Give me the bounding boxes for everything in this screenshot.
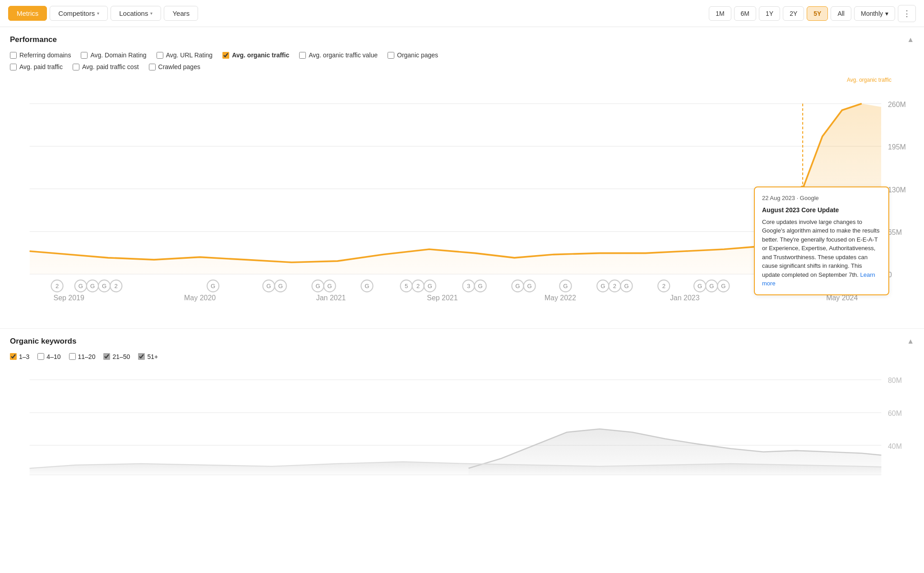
more-options-button[interactable]: ⋮	[898, 5, 916, 22]
checkbox-avg-paid-traffic-cost[interactable]: Avg. paid traffic cost	[73, 63, 139, 70]
monthly-dropdown[interactable]: Monthly ▾	[854, 6, 895, 21]
organic-keywords-header: Organic keywords ▲	[10, 337, 914, 346]
svg-text:G: G	[328, 283, 332, 289]
time-1m[interactable]: 1M	[709, 6, 731, 21]
time-1y[interactable]: 1Y	[759, 6, 780, 21]
checkbox-organic-pages[interactable]: Organic pages	[388, 51, 438, 59]
svg-text:May 2020: May 2020	[184, 294, 216, 302]
svg-text:G: G	[267, 283, 271, 289]
svg-text:G: G	[315, 283, 320, 289]
svg-text:May 2022: May 2022	[545, 294, 576, 302]
svg-text:2: 2	[662, 283, 665, 289]
time-2y[interactable]: 2Y	[783, 6, 804, 21]
checkbox-referring-domains[interactable]: Referring domains	[10, 51, 71, 59]
svg-text:Sep 2019: Sep 2019	[54, 294, 84, 302]
svg-text:G: G	[601, 283, 605, 289]
checkbox-avg-paid-traffic[interactable]: Avg. paid traffic	[10, 63, 63, 70]
time-all[interactable]: All	[831, 6, 851, 21]
svg-text:G: G	[278, 283, 283, 289]
svg-text:G: G	[563, 283, 568, 289]
kw-filter-11-20[interactable]: 11–20	[69, 353, 96, 360]
checkbox-avg-url-rating[interactable]: Avg. URL Rating	[157, 51, 213, 59]
svg-text:5: 5	[405, 283, 408, 289]
performance-chart-wrapper: Avg. organic traffic 260M 195M 130M 65M …	[10, 75, 914, 320]
svg-text:G: G	[709, 283, 714, 289]
time-6m[interactable]: 6M	[734, 6, 756, 21]
tab-metrics[interactable]: Metrics	[8, 6, 47, 21]
kw-filter-4-10[interactable]: 4–10	[37, 353, 60, 360]
svg-text:G: G	[428, 283, 432, 289]
svg-text:Jan 2023: Jan 2023	[670, 294, 700, 302]
competitors-chevron-icon: ▾	[97, 11, 99, 16]
svg-text:40M: 40M	[888, 442, 902, 450]
organic-keywords-collapse-icon[interactable]: ▲	[907, 337, 914, 345]
performance-collapse-icon[interactable]: ▲	[907, 36, 914, 44]
chart-label-top: Avg. organic traffic	[10, 75, 914, 84]
time-controls: 1M 6M 1Y 2Y 5Y All Monthly ▾ ⋮	[709, 5, 916, 22]
tooltip-date: 22 Aug 2023 · Google	[762, 194, 881, 203]
svg-text:G: G	[478, 283, 483, 289]
svg-text:G: G	[698, 283, 702, 289]
svg-text:2: 2	[613, 283, 616, 289]
checkbox-avg-organic-traffic-value[interactable]: Avg. organic traffic value	[299, 51, 378, 59]
performance-section: Performance ▲ Referring domains Avg. Dom…	[0, 27, 924, 328]
svg-text:260M: 260M	[888, 101, 906, 108]
svg-text:80M: 80M	[888, 377, 902, 384]
checkbox-crawled-pages[interactable]: Crawled pages	[149, 63, 200, 70]
svg-text:2: 2	[115, 283, 118, 289]
svg-text:65M: 65M	[888, 228, 902, 236]
tooltip-body: Core updates involve large changes to Go…	[762, 218, 881, 288]
checkbox-avg-domain-rating[interactable]: Avg. Domain Rating	[81, 51, 146, 59]
svg-text:3: 3	[467, 283, 470, 289]
svg-text:Sep 2021: Sep 2021	[427, 294, 457, 302]
kw-filter-21-50[interactable]: 21–50	[103, 353, 130, 360]
organic-keywords-chart: 80M 60M 40M	[10, 367, 914, 484]
svg-text:G: G	[721, 283, 725, 289]
nav-tabs: Metrics Competitors ▾ Locations ▾ Years	[8, 6, 198, 21]
svg-text:60M: 60M	[888, 410, 902, 417]
svg-text:G: G	[624, 283, 628, 289]
kw-filter-51plus[interactable]: 51+	[138, 353, 158, 360]
svg-text:Jan 2021: Jan 2021	[316, 294, 346, 302]
svg-text:130M: 130M	[888, 186, 906, 194]
svg-text:G: G	[515, 283, 520, 289]
tab-competitors[interactable]: Competitors ▾	[50, 6, 108, 21]
svg-text:2: 2	[416, 283, 420, 289]
tab-locations[interactable]: Locations ▾	[111, 6, 161, 21]
svg-text:G: G	[365, 283, 369, 289]
svg-text:G: G	[102, 283, 106, 289]
performance-title: Performance	[10, 35, 57, 44]
main-line	[30, 104, 862, 262]
checkbox-avg-organic-traffic[interactable]: Avg. organic traffic	[222, 51, 289, 59]
organic-keywords-title: Organic keywords	[10, 337, 76, 346]
svg-text:G: G	[79, 283, 83, 289]
keyword-filter-row: 1–3 4–10 11–20 21–50 51+	[10, 353, 914, 360]
performance-checkboxes-row2: Avg. paid traffic Avg. paid traffic cost…	[10, 63, 914, 70]
tooltip-title: August 2023 Core Update	[762, 205, 881, 215]
locations-chevron-icon: ▾	[150, 11, 152, 16]
svg-text:2: 2	[55, 283, 59, 289]
tab-years[interactable]: Years	[164, 6, 198, 21]
bottom-chart: 80M 60M 40M	[10, 367, 914, 484]
top-bar: Metrics Competitors ▾ Locations ▾ Years …	[0, 0, 924, 27]
organic-keywords-section: Organic keywords ▲ 1–3 4–10 11–20 21–50 …	[0, 328, 924, 493]
kw-filter-1-3[interactable]: 1–3	[10, 353, 29, 360]
svg-text:G: G	[211, 283, 215, 289]
performance-header: Performance ▲	[10, 35, 914, 44]
tooltip-box: 22 Aug 2023 · Google August 2023 Core Up…	[754, 186, 889, 295]
svg-text:G: G	[90, 283, 95, 289]
svg-text:195M: 195M	[888, 143, 906, 151]
monthly-chevron-icon: ▾	[885, 10, 888, 17]
performance-checkboxes-row1: Referring domains Avg. Domain Rating Avg…	[10, 51, 914, 59]
svg-text:G: G	[527, 283, 531, 289]
time-5y[interactable]: 5Y	[807, 6, 828, 21]
